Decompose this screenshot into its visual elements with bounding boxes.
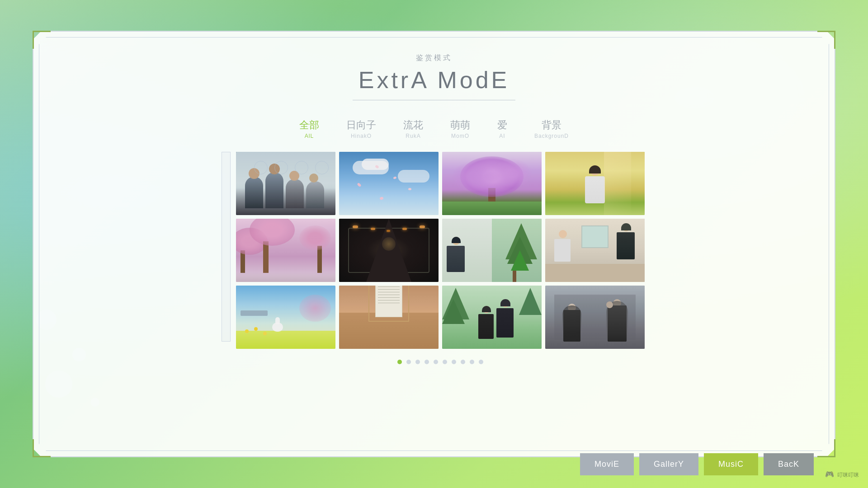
tab-momo[interactable]: 萌萌 MomO bbox=[450, 118, 470, 139]
tab-momo-sub: MomO bbox=[450, 133, 470, 139]
tab-background[interactable]: 背景 BackgrounD bbox=[534, 118, 569, 139]
gallery-item[interactable] bbox=[339, 219, 439, 282]
pagination-dot-8[interactable] bbox=[461, 360, 465, 364]
gallery-item[interactable] bbox=[442, 286, 542, 349]
tab-ruka-label: 流花 bbox=[403, 118, 423, 132]
bottom-nav: MoviE GallerY MusiC BacK bbox=[580, 453, 814, 475]
watermark-icon: 🎮 bbox=[825, 470, 834, 479]
pagination-dot-3[interactable] bbox=[415, 360, 420, 364]
gallery-container bbox=[234, 150, 646, 371]
main-panel: 鉴赏模式 ExtrA ModE 全部 AlL 日向子 HinakO 流花 Ruk… bbox=[33, 31, 835, 457]
tab-all-sub: AlL bbox=[299, 133, 319, 139]
corner-decoration-tl bbox=[33, 31, 51, 49]
page-subtitle: 鉴赏模式 bbox=[33, 53, 835, 63]
pagination-dot-1[interactable] bbox=[397, 360, 402, 364]
page-title: ExtrA ModE bbox=[33, 66, 835, 94]
pagination-dot-6[interactable] bbox=[443, 360, 447, 364]
scroll-indicator bbox=[222, 152, 231, 342]
corner-decoration-tr bbox=[817, 31, 835, 49]
corner-decoration-bl bbox=[33, 439, 51, 457]
gallery-item[interactable] bbox=[339, 286, 439, 349]
gallery-item[interactable] bbox=[545, 286, 645, 349]
gallery-item[interactable] bbox=[442, 219, 542, 282]
header-divider bbox=[353, 100, 515, 100]
corner-decoration-br bbox=[817, 439, 835, 457]
gallery-item[interactable] bbox=[545, 152, 645, 215]
watermark-text: 叮咪叮咪 bbox=[837, 472, 859, 478]
pagination-dot-7[interactable] bbox=[452, 360, 456, 364]
gallery-item[interactable] bbox=[442, 152, 542, 215]
tab-background-label: 背景 bbox=[534, 118, 569, 132]
tab-momo-label: 萌萌 bbox=[450, 118, 470, 132]
category-tabs: 全部 AlL 日向子 HinakO 流花 RukA 萌萌 MomO 爱 AI 背… bbox=[33, 109, 835, 150]
tab-ruka[interactable]: 流花 RukA bbox=[403, 118, 423, 139]
gallery-grid bbox=[234, 150, 646, 351]
pagination-dot-10[interactable] bbox=[479, 360, 483, 364]
pagination-dot-9[interactable] bbox=[470, 360, 474, 364]
gallery-item[interactable] bbox=[236, 152, 335, 215]
music-button[interactable]: MusiC bbox=[704, 453, 758, 475]
gallery-item[interactable] bbox=[545, 219, 645, 282]
movie-button[interactable]: MoviE bbox=[580, 453, 634, 475]
tab-ai[interactable]: 爱 AI bbox=[497, 118, 507, 139]
gallery-item[interactable] bbox=[236, 286, 335, 349]
tab-all-label: 全部 bbox=[299, 118, 319, 132]
gallery-item[interactable] bbox=[236, 219, 335, 282]
pagination-dot-2[interactable] bbox=[406, 360, 411, 364]
tab-hinako-sub: HinakO bbox=[346, 133, 376, 139]
gallery-wrapper bbox=[33, 150, 835, 371]
scroll-left-area bbox=[222, 150, 231, 371]
back-button[interactable]: BacK bbox=[764, 453, 814, 475]
gallery-item[interactable] bbox=[339, 152, 439, 215]
tab-ai-label: 爱 bbox=[497, 118, 507, 132]
pagination-dot-4[interactable] bbox=[425, 360, 429, 364]
tab-all[interactable]: 全部 AlL bbox=[299, 118, 319, 139]
header: 鉴赏模式 ExtrA ModE bbox=[33, 32, 835, 109]
pagination-dot-5[interactable] bbox=[434, 360, 438, 364]
tab-hinako[interactable]: 日向子 HinakO bbox=[346, 118, 376, 139]
tab-background-sub: BackgrounD bbox=[534, 133, 569, 139]
tab-ai-sub: AI bbox=[497, 133, 507, 139]
tab-ruka-sub: RukA bbox=[403, 133, 423, 139]
pagination bbox=[234, 360, 646, 371]
tab-hinako-label: 日向子 bbox=[346, 118, 376, 132]
gallery-button[interactable]: GallerY bbox=[639, 453, 698, 475]
watermark: 🎮 叮咪叮咪 bbox=[825, 470, 859, 479]
